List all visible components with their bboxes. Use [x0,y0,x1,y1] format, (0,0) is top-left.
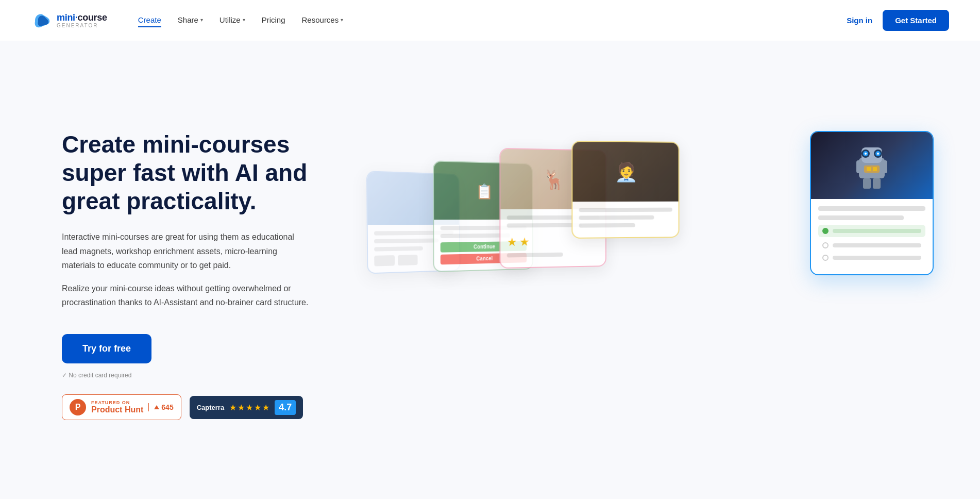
card-image-4: 🧑‍💼 [572,142,678,202]
hero-section: Create mini-courses super fast with AI a… [0,41,980,499]
svg-point-4 [865,153,867,155]
nav-link-pricing[interactable]: Pricing [262,13,285,27]
signin-button[interactable]: Sign in [847,16,872,25]
radio-item-1 [818,240,925,251]
nav-item-create[interactable]: Create [138,13,161,27]
nav-item-pricing[interactable]: Pricing [262,13,285,27]
course-card-4: 🧑‍💼 [571,141,679,239]
product-hunt-icon: P [70,399,86,415]
capterra-stars: ★ ★ ★ ★ ★ [229,403,269,412]
nav-item-utilize[interactable]: Utilize ▾ [219,13,245,27]
radio-dot-2 [822,255,829,261]
svg-rect-10 [863,178,871,189]
radio-item-2 [818,253,925,263]
no-credit-label: No credit card required [62,372,330,379]
logo-text: mini·course GENERATOR [57,13,107,28]
nav-link-utilize[interactable]: Utilize ▾ [219,13,245,27]
chevron-down-icon: ▾ [200,17,203,23]
nav-item-share[interactable]: Share ▾ [178,13,203,27]
card-line [818,206,925,211]
svg-rect-9 [881,160,887,173]
chevron-down-icon: ▾ [341,17,343,23]
radio-line [833,243,921,247]
nav-link-share[interactable]: Share ▾ [178,13,203,27]
product-hunt-badge[interactable]: P FEATURED ON Product Hunt 645 [62,394,181,420]
svg-rect-14 [873,167,877,171]
radio-dot-1 [822,242,829,248]
logo-icon [31,10,52,31]
ph-count: 645 [148,403,173,411]
hero-desc-1: Interactive mini-courses are great for u… [62,230,309,272]
nav-link-resources[interactable]: Resources ▾ [302,13,344,27]
chevron-down-icon: ▾ [243,17,245,23]
triangle-icon [154,405,159,409]
capterra-badge[interactable]: Capterra ★ ★ ★ ★ ★ 4.7 [190,396,303,419]
hero-content: Create mini-courses super fast with AI a… [62,130,330,421]
ph-text: FEATURED ON Product Hunt [91,400,143,414]
get-started-button[interactable]: Get Started [883,10,949,31]
course-card-5 [810,131,934,275]
nav-link-create[interactable]: Create [138,13,161,27]
ph-featured-label: FEATURED ON [91,400,143,405]
capterra-label: Capterra [197,404,224,411]
card-line [579,223,636,228]
robot-illustration [849,140,895,191]
try-free-button[interactable]: Try for free [62,334,151,363]
radio-line [833,256,921,260]
nav-item-resources[interactable]: Resources ▾ [302,13,344,27]
navbar: mini·course GENERATOR Create Share ▾ Uti… [0,0,980,41]
svg-rect-11 [873,178,881,189]
svg-point-7 [877,153,879,155]
radio-item-selected [818,225,925,237]
radio-dot-selected [822,228,829,234]
svg-rect-13 [867,167,871,171]
card-line [507,253,563,258]
star-1: ★ [229,403,236,412]
badges-area: P FEATURED ON Product Hunt 645 Capterra … [62,394,330,420]
nav-actions: Sign in Get Started [847,10,949,31]
hero-cards: 📋 Continue Cancel 🦌 ★ ★ [361,121,949,430]
card-line [374,246,423,252]
capterra-score: 4.7 [275,400,296,415]
star-2: ★ [238,403,245,412]
star-4: ★ [254,403,261,412]
card-line [579,208,672,212]
star-3: ★ [246,403,253,412]
radio-line [833,229,921,233]
card-line [818,215,904,220]
nav-links: Create Share ▾ Utilize ▾ Pricing Resourc… [138,13,847,27]
ph-name-label: Product Hunt [91,405,143,414]
card-line [374,238,438,243]
logo[interactable]: mini·course GENERATOR [31,10,107,31]
svg-rect-8 [856,160,863,173]
hero-title: Create mini-courses super fast with AI a… [62,130,330,216]
card-line [507,223,582,228]
svg-rect-12 [864,165,880,173]
card-line [579,215,654,220]
star-5: ★ [262,403,269,412]
hero-desc-2: Realize your mini-course ideas without g… [62,281,309,309]
